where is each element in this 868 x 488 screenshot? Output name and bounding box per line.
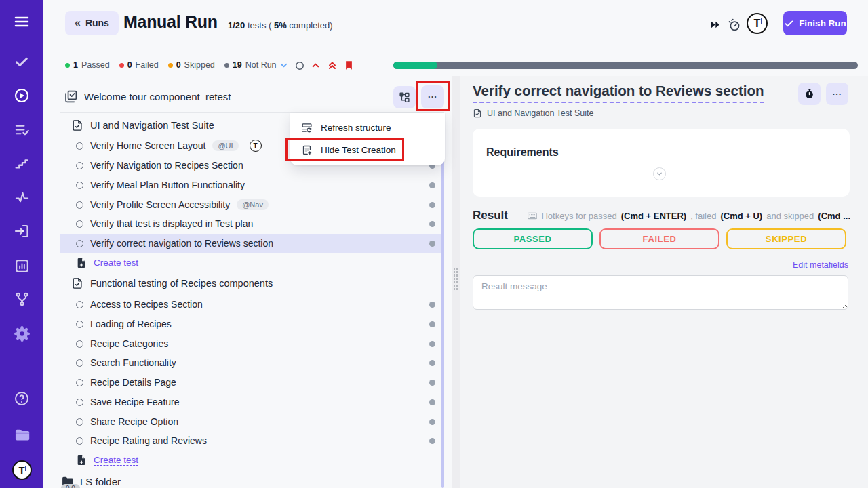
menu-label: Hide Test Creation (321, 145, 396, 155)
test-row[interactable]: Access to Recipes Section (60, 295, 442, 314)
test-label: Search Functionality (90, 357, 176, 368)
notrun-count: 19Not Run (224, 60, 277, 70)
failed-button[interactable]: FAILED (599, 228, 719, 249)
test-row[interactable]: Recipe Categories (60, 334, 442, 353)
test-row[interactable]: Share Recipe Option (60, 412, 442, 431)
test-row-selected[interactable]: Verify correct navigation to Reviews sec… (60, 234, 442, 253)
ellipsis-icon: ... (833, 89, 842, 96)
suite-row[interactable]: Functional testing of Recipes components (60, 274, 442, 293)
test-label: Share Recipe Option (90, 416, 178, 427)
back-label: Runs (85, 18, 109, 28)
menu-item-refresh-structure[interactable]: Refresh structure (290, 117, 445, 139)
test-status-bullet (76, 437, 83, 445)
notrun-dot (224, 63, 229, 68)
create-test-link[interactable]: Create test (94, 455, 138, 466)
suite-name: UI and Navigation Test Suite (90, 120, 214, 131)
menu-label: Refresh structure (321, 123, 391, 133)
test-row[interactable]: Recipe Details Page (60, 373, 442, 392)
run-progress-bar (393, 62, 858, 69)
result-message-input[interactable] (473, 275, 848, 310)
finish-run-label: Finish Run (799, 18, 846, 28)
check-icon (784, 18, 794, 28)
test-row[interactable]: Search Functionality (60, 353, 442, 372)
notrun-status-dot (429, 438, 435, 444)
fast-forward-icon[interactable] (707, 16, 723, 33)
test-row[interactable]: Recipe Rating and Reviews (60, 431, 442, 450)
skipped-button[interactable]: SKIPPED (726, 228, 846, 249)
header-brand-logo[interactable]: T (747, 13, 768, 34)
test-label: Access to Recipes Section (90, 299, 203, 310)
folder-count-badge: 0.0 (61, 484, 80, 488)
file-plus-icon (76, 455, 87, 466)
logo-letter: T (754, 18, 761, 30)
play-circle-icon[interactable] (0, 84, 43, 107)
logo-accent (25, 466, 26, 471)
activity-icon[interactable] (0, 186, 43, 209)
tree-structure-button[interactable] (393, 86, 416, 108)
copy-check-icon (64, 89, 78, 106)
keyboard-icon (528, 211, 537, 221)
notrun-status-dot (429, 360, 435, 366)
git-branch-icon[interactable] (0, 287, 43, 310)
test-row[interactable]: Save Recipe Feature (60, 392, 442, 411)
bar-chart-icon[interactable] (0, 254, 43, 277)
failed-count: 0Failed (119, 60, 159, 70)
app-root: T « Runs Manual Run 1/20 tests ( 5% comp… (0, 0, 868, 488)
test-label: Verify Navigation to Recipes Section (90, 160, 243, 171)
test-label: Verify Profile Screen Accessibility (90, 199, 230, 210)
tree-scrollbar[interactable] (441, 115, 444, 488)
chevron-down-icon[interactable] (279, 60, 289, 70)
menu-icon[interactable] (0, 10, 43, 33)
settings-gear-icon[interactable] (0, 322, 43, 345)
detail-more-button[interactable]: ... (826, 83, 848, 105)
edit-metafields-link[interactable]: Edit metafields (793, 260, 848, 270)
tree-more-button[interactable]: ... (421, 85, 444, 108)
back-to-runs-button[interactable]: « Runs (65, 11, 119, 35)
help-icon[interactable] (0, 387, 43, 410)
create-test-link[interactable]: Create test (94, 258, 138, 268)
detail-timer-button[interactable] (798, 83, 821, 105)
test-status-bullet (76, 142, 83, 150)
test-row[interactable]: Verify Meal Plan Button Functionality (60, 176, 442, 195)
steps-icon[interactable] (0, 152, 43, 175)
notrun-status-dot (429, 341, 435, 347)
test-row[interactable]: Loading of Recipes (60, 314, 442, 333)
timer-icon[interactable] (726, 16, 742, 33)
circle-icon[interactable] (295, 61, 304, 70)
suite-name: UI and Navigation Test Suite (487, 108, 594, 118)
panel-resize-handle[interactable] (453, 267, 458, 291)
create-test-row[interactable]: Create test (60, 451, 442, 470)
log-in-icon[interactable] (0, 220, 43, 243)
bookmark-icon[interactable] (344, 60, 354, 71)
passed-button[interactable]: PASSED (473, 228, 593, 249)
passed-count: 1Passed (65, 60, 110, 70)
tree-more-menu: Refresh structure Hide Test Creation (290, 113, 445, 165)
create-test-row[interactable]: Create test (60, 253, 442, 272)
notrun-status-dot (429, 221, 435, 227)
list-check-icon[interactable] (0, 118, 43, 141)
check-icon[interactable] (0, 50, 43, 73)
test-status-bullet (76, 379, 83, 386)
chevrons-up-icon[interactable] (327, 60, 338, 71)
test-status-bullet (76, 301, 83, 308)
failed-dot (119, 63, 124, 68)
folder-icon[interactable] (0, 423, 43, 446)
test-row[interactable]: Verify Profile Screen Accessibility @Nav (60, 195, 442, 214)
folder-row[interactable]: LS folder (60, 472, 442, 488)
menu-item-hide-test-creation[interactable]: Hide Test Creation (290, 139, 445, 161)
brand-logo[interactable]: T (0, 458, 43, 481)
file-plus-icon (76, 258, 87, 268)
logo-accent (761, 18, 762, 24)
test-label: Recipe Details Page (90, 377, 176, 388)
test-row[interactable]: Verify that test is displayed in Test pl… (60, 214, 442, 233)
run-progress-summary: 1/20 tests ( 5% completed) (228, 20, 333, 30)
completed-word: completed) (287, 20, 333, 30)
requirements-expand-toggle[interactable] (653, 167, 666, 180)
notrun-status-dot (429, 302, 435, 308)
automation-logo-icon: T (250, 140, 262, 152)
chevron-up-icon[interactable] (311, 60, 321, 70)
notrun-status-dot (429, 419, 435, 425)
test-detail-title[interactable]: Verify correct navigation to Reviews sec… (473, 83, 764, 103)
finish-run-button[interactable]: Finish Run (783, 11, 847, 35)
test-label: Verify that test is displayed in Test pl… (90, 218, 253, 229)
